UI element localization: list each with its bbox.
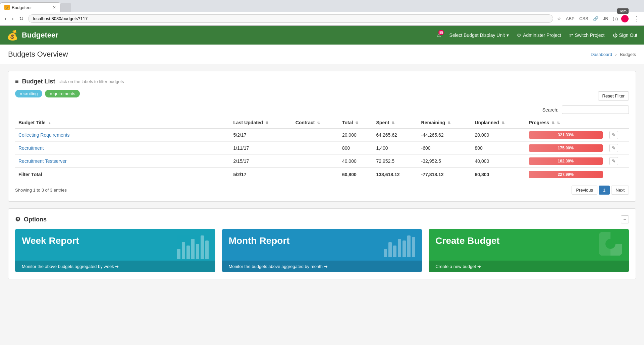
refresh-button[interactable]: ↻ — [17, 15, 25, 22]
breadcrumb: Dashboard › Budgets — [591, 52, 636, 57]
edit-icon[interactable]: ✎ — [609, 157, 618, 165]
main-content: ≡ Budget List click on the labels to fil… — [0, 64, 644, 293]
chart-bar — [191, 239, 195, 259]
sort-icon-contract: ⇅ — [317, 121, 320, 125]
bookmark-icon[interactable]: ☆ — [556, 15, 562, 22]
progress-bar: 175.00% — [529, 144, 603, 152]
edit-icon[interactable]: ✎ — [609, 144, 618, 152]
menu-button[interactable]: ⋮ — [631, 14, 641, 23]
css-icon[interactable]: CSS — [578, 15, 590, 22]
edit-cell: ✎ — [606, 155, 629, 168]
tab-bar: 💰 Budgeteer ✕ — [0, 0, 644, 12]
sign-out-label: Sign Out — [619, 32, 637, 38]
table-row: Collecting Requirements 5/2/17 20,000 64… — [15, 128, 629, 142]
tab-title: Budgeteer — [12, 5, 32, 10]
search-input[interactable] — [562, 106, 629, 114]
filter-total-spent: 138,618.12 — [373, 168, 418, 181]
back-button[interactable]: ‹ — [3, 15, 8, 22]
filter-tag-recruiting[interactable]: recruiting — [15, 90, 42, 97]
remaining-cell: -600 — [418, 142, 472, 155]
nav-buttons: ‹ › ↻ — [3, 15, 25, 22]
remaining-cell: -32,952.5 — [418, 155, 472, 168]
forward-button[interactable]: › — [10, 15, 15, 22]
user-tooltip: Tom — [617, 8, 629, 14]
budget-title-link[interactable]: Collecting Requirements — [18, 132, 70, 138]
chart-bar — [384, 249, 387, 257]
week-report-card[interactable]: Week Report Monitor the above budgets ag… — [15, 229, 215, 272]
create-budget-footer: Create a new budget ➔ — [429, 261, 629, 272]
chart-bar — [177, 249, 180, 259]
options-header: ⚙ Options − — [15, 215, 629, 223]
user-avatar[interactable]: Tom — [621, 15, 629, 22]
address-input[interactable] — [28, 14, 553, 23]
week-report-footer: Monitor the above budgets aggregated by … — [15, 261, 215, 272]
month-report-card[interactable]: Month Report Monitor the budgets above a… — [222, 229, 422, 272]
edit-icon[interactable]: ✎ — [609, 131, 618, 139]
browser-actions: ☆ ABP CSS 🔗 JB (↓) Tom — [556, 15, 629, 22]
reset-filter-button[interactable]: Reset Filter — [598, 91, 629, 100]
abp-icon[interactable]: ABP — [565, 15, 576, 22]
breadcrumb-home[interactable]: Dashboard — [591, 52, 612, 57]
budget-table: Budget Title ▲ Last Updated ⇅ Contract ⇅… — [15, 117, 629, 181]
contract-cell — [292, 128, 339, 142]
col-last-updated[interactable]: Last Updated ⇅ — [230, 117, 292, 128]
administer-project-nav[interactable]: ⚙ Administer Project — [517, 32, 561, 38]
switch-icon: ⇄ — [569, 32, 573, 38]
col-progress[interactable]: Progress ⇅ ⇅ — [526, 117, 606, 128]
col-spent[interactable]: Spent ⇅ — [373, 117, 418, 128]
new-tab-button[interactable] — [60, 3, 71, 12]
link-icon[interactable]: 🔗 — [592, 15, 600, 22]
alert-nav-item[interactable]: ⚠ 55 — [437, 32, 441, 38]
budget-title-cell: Recruitment — [15, 142, 230, 155]
budget-title-link[interactable]: Recruitment — [18, 145, 44, 151]
jb-icon[interactable]: JB — [602, 15, 609, 22]
chart-bar — [388, 242, 392, 257]
sort-icon-progress2: ⇅ — [557, 121, 560, 125]
progress-bar-total-fill: 227.99% — [529, 171, 603, 178]
logo-text: Budgeteer — [22, 31, 58, 40]
filter-total-label: Filter Total — [15, 168, 230, 181]
budget-title-link[interactable]: Recruitment Testserver — [18, 158, 67, 164]
showing-entries-text: Showing 1 to 3 of 3 entries — [15, 188, 67, 193]
last-updated-cell: 5/2/17 — [230, 128, 292, 142]
app-logo[interactable]: 💰 Budgeteer — [7, 30, 58, 41]
create-budget-card[interactable]: Create Budget Create a new budget ➔ — [429, 229, 629, 272]
budget-list-card: ≡ Budget List click on the labels to fil… — [8, 71, 636, 202]
unplanned-cell: 40,000 — [471, 155, 525, 168]
last-updated-cell: 1/11/17 — [230, 142, 292, 155]
options-card: ⚙ Options − Week Report Monitor the abov… — [8, 208, 636, 279]
sort-icon-remaining: ⇅ — [447, 121, 450, 125]
total-cell: 40,000 — [339, 155, 373, 168]
col-contract[interactable]: Contract ⇅ — [292, 117, 339, 128]
spent-cell: 72,952.5 — [373, 155, 418, 168]
download-icon[interactable]: (↓) — [611, 15, 619, 22]
unplanned-cell: 20,000 — [471, 128, 525, 142]
page-title: Budgets Overview — [8, 50, 68, 59]
next-button[interactable]: Next — [611, 186, 629, 195]
col-actions — [606, 117, 629, 128]
col-total[interactable]: Total ⇅ — [339, 117, 373, 128]
tab-close-button[interactable]: ✕ — [53, 5, 56, 10]
last-updated-cell: 2/15/17 — [230, 155, 292, 168]
breadcrumb-separator: › — [615, 52, 616, 57]
col-unplanned[interactable]: Unplanned ⇅ — [471, 117, 525, 128]
select-budget-unit-nav[interactable]: Select Budget Display Unit ▾ — [449, 32, 509, 38]
col-budget-title[interactable]: Budget Title ▲ — [15, 117, 230, 128]
page-header: Budgets Overview Dashboard › Budgets — [0, 45, 644, 64]
gear-icon: ⚙ — [15, 216, 20, 223]
page-1-button[interactable]: 1 — [599, 186, 610, 195]
switch-project-nav[interactable]: ⇄ Switch Project — [569, 32, 605, 38]
minimize-button[interactable]: − — [621, 215, 629, 223]
spent-cell: 1,400 — [373, 142, 418, 155]
remaining-cell: -44,265.62 — [418, 128, 472, 142]
table-controls: Search: — [15, 106, 629, 114]
administer-project-label: Administer Project — [523, 32, 561, 38]
sign-out-nav[interactable]: ⏻ Sign Out — [613, 32, 637, 38]
col-remaining[interactable]: Remaining ⇅ — [418, 117, 472, 128]
budget-title-cell: Recruitment Testserver — [15, 155, 230, 168]
previous-button[interactable]: Previous — [572, 186, 597, 195]
active-tab[interactable]: 💰 Budgeteer ✕ — [0, 2, 60, 12]
filter-tag-requirements[interactable]: requirements — [45, 90, 80, 97]
progress-bar-fill: 321.33% — [529, 131, 603, 139]
filter-total-remaining: -77,818.12 — [418, 168, 472, 181]
